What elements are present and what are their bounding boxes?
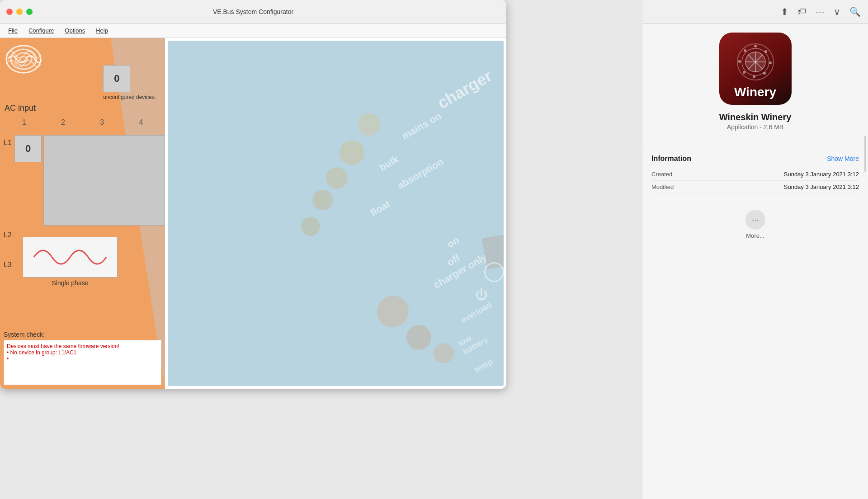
diagram-label-charger: charger [434, 66, 495, 113]
app-icon-winery-label: Winery [734, 85, 776, 105]
menu-bar: File Configure Options Help [0, 24, 506, 38]
system-check-section: System check: Devices must have the same… [0, 327, 165, 389]
l1-count-box: 0 [14, 135, 42, 162]
modified-row: Modified Sunday 3 January 2021 3:12 [651, 181, 859, 193]
logo-icon [5, 43, 42, 75]
ac-input-section: AC input [5, 104, 36, 113]
app-store-panel: ⬆ 🏷 ⋯ ∨ 🔍 [642, 0, 868, 499]
menu-options[interactable]: Options [60, 25, 90, 36]
diagram-label-absorption: absorption [396, 156, 446, 192]
app-icon-container: Winery [719, 33, 792, 105]
gear-circle [735, 42, 776, 84]
diagram-label-float: float [368, 198, 392, 219]
phase-num-3: 3 [89, 118, 116, 127]
svg-point-9 [769, 61, 772, 64]
phase-numbers: 1 2 3 4 [5, 118, 160, 127]
diagram-bead-2 [340, 140, 364, 165]
share-icon[interactable]: ⬆ [781, 6, 788, 17]
diagram-label-bulk: bulk [377, 153, 401, 174]
diagram-bead-1 [358, 113, 380, 136]
l2-label: L2 [0, 227, 14, 239]
info-section: Information Show More Created Sunday 3 J… [642, 147, 868, 201]
phase-num-4: 4 [127, 118, 155, 127]
l1-label: L1 [0, 135, 14, 147]
window-title: VE.Bus System Configurator [213, 8, 293, 15]
diagram-bead-5 [301, 217, 320, 236]
menu-file[interactable]: File [4, 25, 22, 36]
diagram-bead-4 [312, 190, 333, 210]
store-app-section: Winery Wineskin Winery Application - 2,6… [642, 24, 868, 140]
diagram-label-on: on [445, 234, 462, 250]
svg-point-7 [754, 45, 757, 47]
app-content: 0 unconfigured devices: AC input 1 2 3 4… [0, 38, 506, 389]
info-title: Information [651, 155, 691, 163]
created-label: Created [651, 171, 672, 178]
maximize-button[interactable] [26, 9, 33, 15]
app-icon-inner: Winery [719, 33, 792, 105]
diagram-bead-8 [434, 343, 454, 363]
ac-input-label: AC input [5, 104, 36, 113]
more-button[interactable]: ··· [745, 210, 765, 230]
more-section: ··· More... [642, 201, 868, 248]
svg-point-2 [15, 53, 32, 66]
app-name: Wineskin Winery [660, 112, 850, 122]
menu-help[interactable]: Help [91, 25, 113, 36]
app-icon: Winery [719, 33, 792, 105]
svg-point-10 [763, 72, 766, 75]
app-subtitle: Application - 2,6 MB [660, 123, 850, 131]
app-name-section: Wineskin Winery Application - 2,6 MB [651, 112, 859, 131]
system-check-box: Devices must have the same firmware vers… [4, 340, 161, 385]
waveform-box [23, 237, 118, 278]
title-bar: VE.Bus System Configurator [0, 0, 506, 24]
svg-point-14 [744, 49, 746, 52]
created-row: Created Sunday 3 January 2021 3:12 [651, 168, 859, 181]
diagram-bead-6 [377, 296, 409, 327]
unconfigured-section: 0 unconfigured devices: [103, 65, 156, 100]
device-count-box: 0 [103, 65, 130, 92]
diagram-power-icon: ⏻ [475, 287, 488, 302]
system-check-error2: • No device in group: L1/AC1 [7, 349, 158, 356]
more-icon[interactable]: ⋯ [816, 6, 825, 17]
menu-configure[interactable]: Configure [24, 25, 58, 36]
waveform-svg [29, 241, 111, 273]
l1-row: L1 0 [0, 135, 165, 226]
close-button[interactable] [6, 9, 13, 15]
phase-num-2: 2 [49, 118, 76, 127]
more-ellipsis-icon: ··· [752, 215, 759, 225]
diagram-bead-7 [406, 325, 431, 350]
system-check-label: System check: [4, 331, 161, 338]
store-toolbar: ⬆ 🏷 ⋯ ∨ 🔍 [642, 0, 868, 24]
modified-value: Sunday 3 January 2021 3:12 [784, 184, 859, 190]
traffic-lights [6, 9, 33, 15]
diagram-label-mains: mains on [400, 110, 444, 142]
search-icon[interactable]: 🔍 [849, 6, 861, 17]
modified-label: Modified [651, 184, 674, 190]
left-sidebar: 0 unconfigured devices: AC input 1 2 3 4… [0, 38, 165, 389]
single-phase-section: Single phase [23, 237, 118, 287]
diagram-panel: charger mains on bulk absorption float o… [168, 41, 504, 386]
show-more-link[interactable]: Show More [827, 155, 859, 162]
diagram-label-charger-only: charger only [432, 251, 489, 292]
system-check-error3: • [7, 356, 158, 362]
chevron-down-icon[interactable]: ∨ [834, 6, 840, 17]
more-label: More... [746, 232, 764, 239]
created-value: Sunday 3 January 2021 3:12 [784, 171, 859, 178]
unconfigured-label: unconfigured devices: [103, 94, 156, 100]
system-check-error1: Devices must have the same firmware vers… [7, 343, 158, 349]
tag-icon[interactable]: 🏷 [797, 6, 807, 17]
scroll-indicator [864, 136, 866, 172]
minimize-button[interactable] [16, 9, 23, 15]
svg-point-8 [764, 50, 767, 53]
main-window: VE.Bus System Configurator File Configur… [0, 0, 506, 389]
l3-label: L3 [0, 257, 14, 269]
diagram-bead-3 [326, 167, 348, 189]
diagram-label-temp: temp [473, 357, 495, 375]
l1-input-area[interactable] [43, 135, 165, 226]
device-count: 0 [114, 73, 119, 85]
diagram-circle-icon [484, 262, 504, 282]
single-phase-label: Single phase [23, 279, 118, 287]
svg-point-11 [753, 75, 755, 78]
l1-count: 0 [25, 143, 31, 155]
svg-point-12 [743, 71, 745, 74]
svg-point-13 [738, 60, 741, 63]
